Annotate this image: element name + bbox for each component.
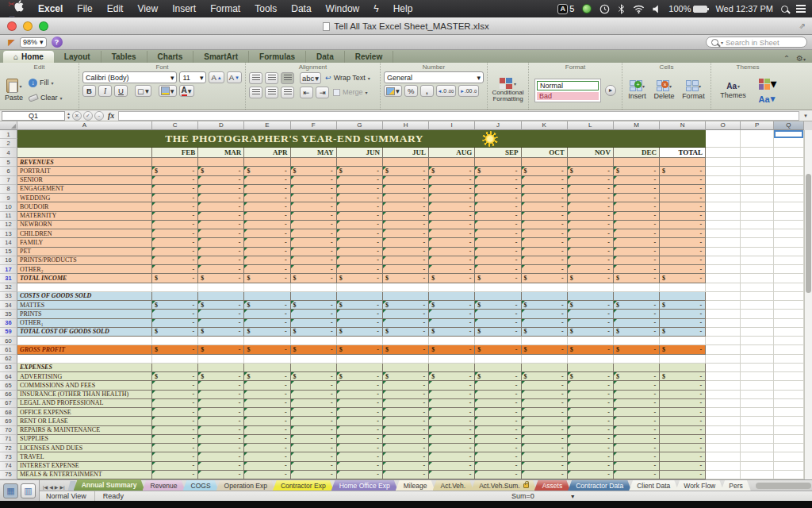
cell[interactable] <box>568 292 614 301</box>
cell[interactable]: - <box>383 194 429 202</box>
cell[interactable]: - <box>568 391 614 399</box>
cell[interactable]: - <box>337 212 383 221</box>
cell[interactable]: - <box>383 256 429 265</box>
column-header-n[interactable]: N <box>660 121 706 130</box>
cell[interactable] <box>706 381 741 390</box>
cell[interactable]: - <box>337 444 383 452</box>
cell[interactable] <box>741 345 774 354</box>
month-header-cell[interactable]: TOTAL <box>660 148 706 158</box>
percent-button[interactable]: % <box>404 85 418 97</box>
cell[interactable]: $- <box>244 372 290 381</box>
input-source-icon[interactable]: A5 <box>557 4 574 14</box>
cell[interactable]: - <box>198 238 244 247</box>
cell[interactable] <box>774 229 804 238</box>
tab-home[interactable]: ⌂Home <box>3 51 54 63</box>
cell[interactable] <box>152 283 198 292</box>
cell[interactable] <box>741 408 774 417</box>
row-label-cell[interactable]: REVENUES <box>17 158 152 167</box>
cell[interactable]: - <box>568 426 614 435</box>
month-header-cell[interactable]: APR <box>244 148 290 158</box>
cell[interactable]: $- <box>660 274 706 283</box>
sheet-tab-mileage[interactable]: Mileage <box>396 480 435 491</box>
cell[interactable]: - <box>475 399 521 408</box>
cell[interactable] <box>614 158 660 167</box>
cell[interactable]: $- <box>475 372 521 381</box>
cell[interactable] <box>774 337 804 345</box>
tab-scroll-prev[interactable]: ◀ <box>49 484 53 490</box>
cell[interactable] <box>741 185 774 194</box>
cell[interactable] <box>522 364 568 372</box>
cell[interactable]: - <box>522 471 568 479</box>
cell[interactable]: - <box>337 229 383 238</box>
cell[interactable] <box>774 444 804 452</box>
cell[interactable]: - <box>244 471 290 479</box>
battery-indicator[interactable]: 100% <box>668 4 707 13</box>
cell[interactable]: $- <box>429 167 475 175</box>
cell[interactable]: - <box>244 221 290 229</box>
row-header[interactable]: 63 <box>0 364 17 372</box>
row-header[interactable]: 66 <box>0 391 17 399</box>
cell[interactable]: - <box>475 471 521 479</box>
cell[interactable]: - <box>522 435 568 444</box>
cell[interactable] <box>774 176 804 185</box>
cell[interactable]: $- <box>660 301 706 310</box>
cell[interactable] <box>522 283 568 292</box>
cell[interactable] <box>429 355 475 364</box>
row-header[interactable]: 60 <box>0 337 17 345</box>
cell[interactable] <box>774 202 804 211</box>
cell[interactable]: - <box>291 310 337 318</box>
menu-item-excel[interactable]: Excel <box>31 3 70 14</box>
sheet-tab-annual-summary[interactable]: Annual Summary <box>74 479 145 491</box>
cell[interactable] <box>522 292 568 301</box>
cell[interactable]: - <box>614 229 660 238</box>
cell[interactable] <box>660 292 706 301</box>
row-label-cell[interactable] <box>17 355 152 364</box>
cell[interactable]: - <box>244 452 290 461</box>
cell[interactable] <box>660 158 706 167</box>
sheet-title-banner[interactable]: THE PHOTOGRAPHER'S YEAR-END SUMMARY <box>17 130 706 148</box>
cell[interactable] <box>568 158 614 167</box>
clear-button[interactable]: Clear▾ <box>27 91 64 104</box>
cell[interactable]: $- <box>522 328 568 337</box>
column-header-c[interactable]: C <box>152 121 198 130</box>
column-header-e[interactable]: E <box>244 121 290 130</box>
menu-item-format[interactable]: Format <box>203 3 247 14</box>
cell[interactable]: $- <box>568 301 614 310</box>
row-label-cell[interactable] <box>17 283 152 292</box>
cell[interactable]: - <box>660 212 706 221</box>
sheet-tab-home-office-exp[interactable]: Home Office Exp <box>331 480 398 491</box>
cell[interactable] <box>706 417 741 425</box>
cell[interactable] <box>568 364 614 372</box>
cell[interactable]: - <box>522 417 568 425</box>
cell[interactable]: - <box>475 444 521 452</box>
cell[interactable]: - <box>614 435 660 444</box>
menu-item-tools[interactable]: Tools <box>247 3 284 14</box>
cell[interactable]: - <box>429 256 475 265</box>
cell[interactable] <box>741 372 774 381</box>
cell[interactable]: - <box>475 310 521 318</box>
cell[interactable] <box>706 471 741 479</box>
cell[interactable] <box>741 283 774 292</box>
cell[interactable] <box>706 399 741 408</box>
cell[interactable]: - <box>152 238 198 247</box>
cell[interactable]: - <box>614 194 660 202</box>
cell[interactable]: - <box>568 444 614 452</box>
cell[interactable] <box>706 301 741 310</box>
cell[interactable]: - <box>429 238 475 247</box>
cell[interactable]: $- <box>244 274 290 283</box>
grow-font-button[interactable]: A▲ <box>209 71 224 83</box>
row-label-cell[interactable]: PRINTS <box>17 310 152 318</box>
cell[interactable] <box>244 283 290 292</box>
cell[interactable] <box>774 452 804 461</box>
accounting-format-button[interactable]: ▾ <box>384 85 402 97</box>
cell[interactable] <box>774 435 804 444</box>
cell[interactable]: - <box>244 185 290 194</box>
cell[interactable]: - <box>660 229 706 238</box>
cell[interactable] <box>741 426 774 435</box>
month-header-cell[interactable]: MAY <box>291 148 337 158</box>
cell[interactable]: - <box>244 381 290 390</box>
row-label-cell[interactable]: MEALS & ENTERTAINMENT <box>17 471 152 479</box>
cell[interactable]: - <box>429 212 475 221</box>
cell[interactable]: - <box>244 310 290 318</box>
zoom-control[interactable]: 98%▾ <box>20 37 47 48</box>
